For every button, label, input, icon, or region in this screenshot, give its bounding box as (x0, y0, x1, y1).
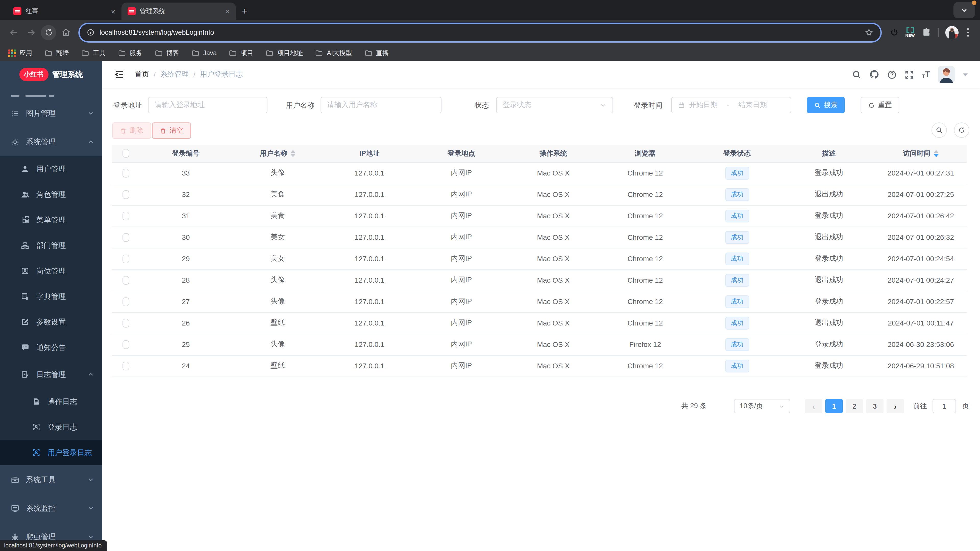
column-header-access-time[interactable]: 访问时间 (875, 145, 967, 162)
sidebar-item-post-management[interactable]: 岗位管理 (0, 258, 102, 284)
sidebar-item-system-tools[interactable]: 系统工具 (0, 465, 102, 494)
select-all-checkbox[interactable] (123, 149, 129, 158)
row-checkbox[interactable] (123, 190, 129, 199)
bookmark-services[interactable]: 服务 (118, 49, 142, 57)
power-extension-icon[interactable] (890, 28, 899, 37)
sidebar-item-user-management[interactable]: 用户管理 (0, 156, 102, 182)
sidebar-item-param-settings[interactable]: 参数设置 (0, 309, 102, 335)
search-icon[interactable] (852, 70, 862, 79)
user-name-input[interactable]: 请输入用户名称 (321, 97, 442, 113)
goto-page-input[interactable] (932, 399, 956, 413)
date-range-picker[interactable]: 开始日期 - 结束日期 (671, 97, 791, 113)
page-size-select[interactable]: 10条/页 (734, 399, 790, 413)
bookmark-blog[interactable]: 博客 (155, 49, 179, 57)
bookmark-live[interactable]: 直播 (364, 49, 389, 57)
bookmark-fanqiang[interactable]: 翻墙 (45, 49, 69, 57)
sidebar-item-clipped[interactable] (0, 88, 102, 99)
sidebar-item-notice[interactable]: 通知公告 (0, 335, 102, 360)
sidebar-item-dict-management[interactable]: 字典管理 (0, 284, 102, 309)
row-checkbox[interactable] (123, 276, 129, 285)
search-icon (935, 127, 943, 134)
back-button[interactable] (6, 25, 21, 40)
font-size-icon[interactable]: TT (922, 70, 930, 79)
table-row: 24壁纸127.0.0.1内网IPMac OS XChrome 12成功登录成功… (112, 355, 967, 376)
login-address-input[interactable]: 请输入登录地址 (148, 97, 267, 113)
column-header-user-name[interactable]: 用户名称 (232, 145, 324, 162)
bookmark-ai-models[interactable]: AI大模型 (315, 49, 352, 57)
sidebar-item-label: 系统管理 (26, 137, 56, 147)
sidebar-item-system-monitor[interactable]: 系统监控 (0, 494, 102, 522)
github-icon[interactable] (869, 69, 880, 79)
row-checkbox[interactable] (123, 169, 129, 178)
sidebar-item-label: 日志管理 (36, 370, 66, 380)
search-button[interactable]: 搜索 (807, 97, 845, 113)
status-select[interactable]: 登录状态 (496, 97, 613, 113)
cell-browser: Chrome 12 (599, 162, 691, 184)
delete-button[interactable]: 删除 (112, 122, 151, 139)
page-button-1[interactable]: 1 (825, 399, 843, 413)
row-checkbox-cell (112, 162, 140, 184)
cell-description: 登录成功 (783, 205, 875, 227)
sidebar-item-image-management[interactable]: 图片管理 (0, 99, 102, 127)
sidebar-item-system-management[interactable]: 系统管理 (0, 127, 102, 156)
cell-user-name: 壁纸 (232, 312, 324, 333)
table-search-toggle-button[interactable] (932, 122, 947, 138)
browser-profile-avatar[interactable] (945, 26, 958, 39)
bookmark-java[interactable]: Java (191, 49, 217, 57)
sidebar-toggle-icon[interactable] (115, 69, 124, 79)
url-bar[interactable]: localhost:81/system/log/webLoginInfo (80, 24, 880, 41)
row-checkbox[interactable] (123, 212, 129, 221)
row-checkbox[interactable] (123, 297, 129, 306)
users-icon (21, 190, 30, 199)
table-refresh-button[interactable] (954, 122, 969, 138)
badge-icon (21, 266, 30, 275)
extensions-puzzle-icon[interactable] (921, 27, 931, 37)
sidebar-item-operation-log[interactable]: 操作日志 (0, 389, 102, 414)
sort-icons[interactable] (934, 150, 939, 157)
cell-user-name: 头像 (232, 269, 324, 291)
tab-close-icon[interactable]: × (224, 7, 231, 15)
clear-button[interactable]: 清空 (152, 122, 191, 139)
sidebar-item-log-management[interactable]: 日志管理 (0, 360, 102, 389)
bookmark-apps[interactable]: 应用 (8, 49, 32, 57)
row-checkbox[interactable] (123, 340, 129, 349)
forward-button[interactable] (24, 25, 39, 40)
help-icon[interactable] (887, 70, 897, 79)
reset-button[interactable]: 重置 (861, 97, 899, 113)
table-row: 31美食127.0.0.1内网IPMac OS XChrome 12成功登录成功… (112, 205, 967, 227)
reload-button[interactable] (41, 25, 56, 40)
fullscreen-icon[interactable] (904, 70, 914, 79)
avatar-caret-icon[interactable] (963, 73, 968, 78)
window-chevron-button[interactable] (953, 2, 975, 18)
sidebar-item-menu-management[interactable]: 菜单管理 (0, 207, 102, 233)
row-checkbox[interactable] (123, 254, 129, 263)
page-button-2[interactable]: 2 (846, 399, 863, 413)
tab-admin-system[interactable]: 管理系统× (121, 3, 236, 20)
bug-icon (10, 532, 19, 541)
sidebar-item-dept-management[interactable]: 部门管理 (0, 233, 102, 258)
site-info-icon[interactable] (87, 29, 94, 36)
bookmark-tools[interactable]: 工具 (81, 49, 106, 57)
bookmark-project[interactable]: 项目 (229, 49, 253, 57)
bookmark-star-icon[interactable] (865, 28, 873, 37)
row-checkbox[interactable] (123, 319, 129, 327)
tab-xiaohongshu[interactable]: 红薯× (7, 3, 121, 20)
sidebar-item-login-log[interactable]: 登录日志 (0, 414, 102, 440)
prev-page-button[interactable]: ‹ (805, 399, 822, 413)
breadcrumb-system[interactable]: 系统管理 (160, 70, 189, 79)
page-button-3[interactable]: 3 (866, 399, 883, 413)
sort-icons[interactable] (290, 150, 296, 157)
row-checkbox[interactable] (123, 233, 129, 242)
browser-menu-icon[interactable] (965, 28, 971, 37)
row-checkbox[interactable] (123, 362, 129, 370)
next-page-button[interactable]: › (886, 399, 904, 413)
home-button[interactable] (58, 25, 73, 40)
tab-close-icon[interactable]: × (110, 7, 116, 15)
sidebar-item-user-login-log[interactable]: 用户登录日志 (0, 440, 102, 465)
bookmark-project-url[interactable]: 项目地址 (266, 49, 303, 57)
breadcrumb-home[interactable]: 首页 (135, 70, 149, 79)
sidebar-item-role-management[interactable]: 角色管理 (0, 182, 102, 207)
new-tab-button[interactable]: + (236, 6, 254, 20)
user-avatar[interactable] (938, 66, 955, 83)
screenshot-extension-icon[interactable]: NEW (905, 27, 915, 38)
